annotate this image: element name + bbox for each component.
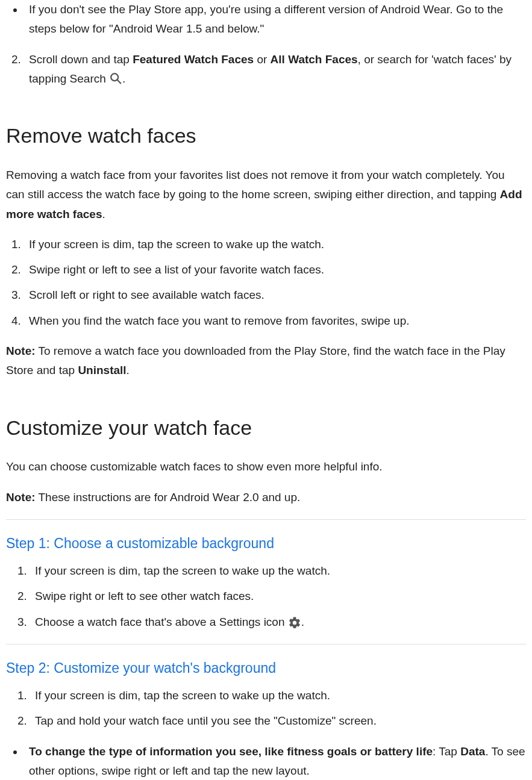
step2-s1: If your screen is dim, tap the screen to…	[30, 686, 526, 705]
remove-heading: Remove watch faces	[6, 119, 526, 154]
step1-s3a: Choose a watch face that's above a Setti…	[35, 616, 285, 628]
step1-s1: If your screen is dim, tap the screen to…	[30, 561, 526, 581]
search-icon	[109, 72, 122, 85]
remove-note-end: .	[127, 364, 130, 376]
customize-intro: You can choose customizable watch faces …	[6, 457, 526, 476]
intro-bullet-text: If you don't see the Play Store app, you…	[29, 3, 503, 35]
customize-note: Note: These instructions are for Android…	[6, 488, 526, 507]
step2-bold2: All Watch Faces	[271, 53, 358, 66]
remove-note-bold: Uninstall	[78, 364, 126, 376]
step2-bullet-bold: To change the type of information you se…	[29, 745, 433, 758]
remove-step-3: Scroll left or right to see available wa…	[24, 285, 526, 305]
remove-intro: Removing a watch face from your favorite…	[6, 166, 526, 224]
remove-intro-p1: Removing a watch face from your favorite…	[6, 169, 505, 201]
divider-1	[6, 519, 526, 520]
remove-step-2: Swipe right or left to see a list of you…	[24, 260, 526, 279]
remove-intro-p2: .	[102, 208, 105, 220]
divider-2	[6, 644, 526, 644]
remove-step-4: When you find the watch face you want to…	[24, 311, 526, 331]
step2-part1: Scroll down and tap	[29, 53, 133, 66]
step2-bullet-bold2: Data	[460, 745, 485, 758]
step2-mid: or	[254, 53, 270, 66]
step2-bold1: Featured Watch Faces	[133, 53, 254, 66]
step2-bullet-1: To change the type of information you se…	[24, 742, 526, 780]
customize-heading: Customize your watch face	[6, 411, 526, 446]
intro-bullet-item: If you don't see the Play Store app, you…	[24, 0, 526, 39]
gear-icon	[288, 616, 301, 629]
step2-end: .	[122, 72, 125, 85]
intro-bullet-list: If you don't see the Play Store app, you…	[6, 0, 526, 39]
step1-s3: Choose a watch face that's above a Setti…	[30, 613, 526, 632]
remove-step-1: If your screen is dim, tap the screen to…	[24, 235, 526, 254]
intro-numbered-list: Scroll down and tap Featured Watch Faces…	[6, 50, 526, 89]
step1-s3b: .	[301, 616, 304, 628]
svg-line-1	[117, 80, 121, 84]
step2-bullets: To change the type of information you se…	[6, 742, 526, 780]
step2-title-link[interactable]: Step 2: Customize your watch's backgroun…	[6, 657, 526, 680]
customize-note-text: These instructions are for Android Wear …	[36, 491, 301, 504]
step2-s2: Tap and hold your watch face until you s…	[30, 711, 526, 731]
step2-bullet-p1: : Tap	[433, 745, 460, 758]
step1-list: If your screen is dim, tap the screen to…	[12, 561, 526, 632]
intro-step-2: Scroll down and tap Featured Watch Faces…	[24, 50, 526, 89]
customize-note-label: Note:	[6, 491, 36, 504]
remove-steps: If your screen is dim, tap the screen to…	[6, 235, 526, 331]
step1-title-link[interactable]: Step 1: Choose a customizable background	[6, 532, 526, 555]
step2-list: If your screen is dim, tap the screen to…	[12, 686, 526, 731]
step1-s2: Swipe right or left to see other watch f…	[30, 587, 526, 606]
remove-note-label: Note:	[6, 345, 36, 357]
remove-note: Note: To remove a watch face you downloa…	[6, 342, 526, 381]
